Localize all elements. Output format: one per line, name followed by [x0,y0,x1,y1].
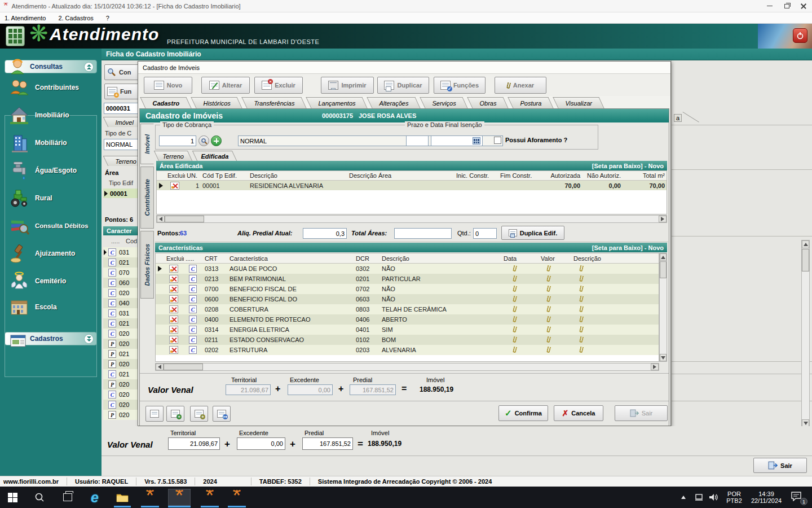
bg-row[interactable]: C070 [103,268,138,278]
attachment-icon[interactable] [546,326,551,332]
duplica-edif-button[interactable]: Duplica Edif. [501,226,564,240]
bg-codigo-input[interactable]: 0000031 [104,103,138,114]
power-button[interactable] [793,28,807,43]
excluir-row-icon[interactable] [169,305,178,313]
car-row[interactable]: C 0213 BEM PATRIMONIAL 0201 PARTICULAR [156,274,659,284]
imprimir-button[interactable]: Imprimir [321,77,374,94]
subtab-terreno[interactable]: Terreno [154,151,192,161]
attachment-icon[interactable] [513,305,517,312]
bg-row[interactable]: C020 [103,400,138,410]
bg-tab-imovel[interactable]: Imóvel [103,117,138,127]
bg-tab-terreno[interactable]: Terreno [103,156,138,166]
car-row[interactable]: C 0600 BENEFICIO FISCAL DO 0603 NÃO [156,294,659,304]
excluir-row-icon[interactable] [169,336,178,344]
caracteristicas-hscrollbar[interactable] [155,363,659,371]
side-tab-dados-fisicos[interactable]: Dados Físicos [140,231,154,299]
excluir-row-icon[interactable] [169,346,178,354]
attachment-icon[interactable] [513,295,517,302]
attachment-icon[interactable] [579,295,584,302]
minimize-button[interactable] [761,1,778,12]
data-final-input[interactable] [431,135,483,146]
bg-row[interactable]: C020 [103,288,138,298]
anexar-button[interactable]: Anexar [495,77,546,94]
sidebar-item-imobiliario[interactable]: Imobiliário [8,102,96,128]
attachment-icon[interactable] [579,326,584,332]
bg-funcoes-button[interactable]: + Fun [104,84,138,99]
bg-row[interactable]: P020 [103,379,138,389]
excluir-row-icon[interactable] [169,316,178,323]
attachment-icon[interactable] [513,285,517,292]
tab-visualizar[interactable]: Visualizar [553,97,604,108]
speaker-icon[interactable] [706,489,721,506]
tipo-cobranca-input[interactable]: 1 [159,135,196,146]
attachment-icon[interactable] [579,275,584,282]
tab-transferencias[interactable]: Transferências [241,97,306,108]
car-row[interactable]: C 0313 AGUA DE POCO 0302 NÃO [156,264,659,274]
aliq-input[interactable]: 0,3 [303,228,347,239]
cancela-button[interactable]: ✗ Cancela [554,405,603,421]
excluir-row-icon[interactable] [169,275,178,283]
tab-historicos[interactable]: Históricos [191,97,242,108]
sidebar-group-consultas[interactable]: Consultas [5,60,97,73]
tab-lancamentos[interactable]: Lançamentos [306,97,367,108]
fiorilli-app-icon-3[interactable]: * [198,489,221,506]
area-hscrollbar[interactable] [156,215,667,223]
side-tab-contribuinte[interactable]: Contribuinte [140,167,154,229]
side-tab-imovel[interactable]: Imóvel [140,124,154,164]
internet-explorer-icon[interactable]: e [83,489,106,506]
excluir-row-icon[interactable] [169,326,178,334]
prazo-input[interactable] [406,135,429,146]
attachment-icon[interactable] [546,305,551,312]
attachment-icon[interactable] [513,316,517,322]
expand-cadastros-icon[interactable] [84,334,94,344]
sidebar-item-ajuizamento[interactable]: Ajuizamento [8,240,96,266]
total-areas-input[interactable] [394,228,452,239]
bg-row[interactable]: C021 [103,318,138,329]
sidebar-item-rural[interactable]: Rural [8,185,96,211]
funcoes-button[interactable]: ✓ Funções [434,77,486,94]
area-row[interactable]: 1 00001 RESIDENCIA ALVENARIA 70,00 0,00 … [157,181,667,190]
bg-row[interactable]: C021 [103,257,138,268]
tab-postura[interactable]: Postura [508,97,553,108]
bg-row[interactable]: C040 [103,298,138,308]
attachment-icon[interactable] [579,316,584,322]
tab-obras[interactable]: Obras [467,97,508,108]
task-view-icon[interactable] [56,489,79,506]
attachment-icon[interactable] [579,285,584,292]
tab-servicos[interactable]: Serviços [420,97,468,108]
car-row[interactable]: C 0211 ESTADO CONSERVACAO 0102 BOM [156,335,659,345]
bg-row[interactable]: C060 [103,278,138,288]
sidebar-item-escola[interactable]: Escola [8,294,96,320]
restore-button[interactable] [778,1,795,12]
attachment-icon[interactable] [513,275,517,282]
nav-button-3[interactable]: + [190,406,208,422]
bg-normal-input[interactable]: NORMAL [104,139,138,150]
menu-cadastros[interactable]: 2. Cadastros [58,15,93,21]
fiorilli-app-icon-2-active[interactable]: * [168,489,191,506]
attachment-icon[interactable] [579,346,584,353]
attachment-icon[interactable] [513,265,517,271]
excluir-row-icon[interactable] [169,295,178,303]
car-row[interactable]: C 0314 ENERGIA ELETRICA 0401 SIM [156,325,659,335]
bg-row[interactable]: P020 [103,410,138,420]
notification-center-icon[interactable]: 1 [791,491,805,503]
menu-atendimento[interactable]: 1. Atendimento [5,15,46,21]
tray-language[interactable]: PORPTB2 [724,488,744,506]
collapse-consultas-icon[interactable] [84,62,94,72]
file-explorer-icon[interactable] [111,489,134,506]
excluir-row-icon[interactable] [170,182,179,190]
confirma-button[interactable]: ✓ Confirma [498,405,548,421]
tab-alteracoes[interactable]: Alterações [367,97,420,108]
attachment-icon[interactable] [546,336,551,343]
caracteristicas-vscrollbar[interactable] [659,253,667,362]
attachment-icon[interactable] [513,326,517,332]
attachment-icon[interactable] [546,265,551,271]
attachment-icon[interactable] [579,265,584,271]
aforamento-checkbox[interactable] [494,137,501,144]
tray-clock[interactable]: 14:3922/11/2024 [745,488,787,506]
excluir-row-icon[interactable] [169,285,178,293]
attachment-icon[interactable] [513,336,517,343]
attachment-icon[interactable] [546,275,551,282]
sidebar-item-mobiliario[interactable]: Mobiliário [8,130,96,156]
attachment-icon[interactable] [546,316,551,322]
